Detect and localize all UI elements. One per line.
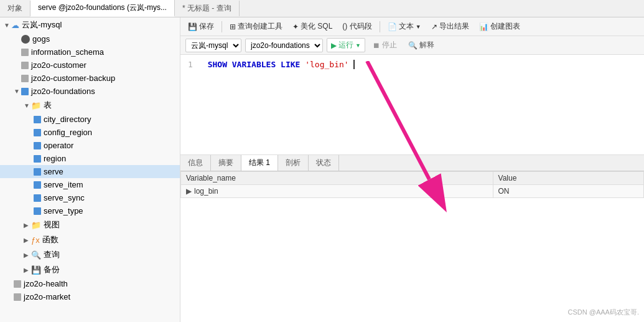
run-label: 运行: [338, 40, 353, 50]
explain-button[interactable]: 🔍 解释: [404, 39, 438, 52]
table-icon: [34, 142, 41, 149]
app-container: 对象 serve @jzo2o-foundations (云岚-mys... *…: [0, 0, 644, 322]
sidebar-item-information-schema[interactable]: information_schema: [0, 45, 180, 59]
export-label: 导出结果: [439, 21, 469, 32]
chart-icon: 📊: [479, 22, 488, 31]
explain-icon: 🔍: [408, 41, 418, 50]
table-icon: [34, 168, 41, 176]
editor-area[interactable]: 1 SHOW VARIABLES LIKE 'log_bin': [180, 55, 644, 154]
beautify-sql-button[interactable]: ✦ 美化 SQL: [290, 20, 335, 33]
run-button[interactable]: ▶ 运行 ▼: [327, 38, 365, 52]
sidebar-item-functions-folder[interactable]: ƒx 函数: [0, 232, 180, 247]
expand-arrow-icon: [24, 252, 31, 258]
sidebar-item-jzo2o-foundations[interactable]: jzo2o-foundations: [0, 85, 180, 98]
table-icon: [34, 194, 41, 202]
save-icon: 💾: [188, 22, 197, 31]
text-cursor: [349, 60, 355, 69]
tab-serve-query[interactable]: serve @jzo2o-foundations (云岚-mys...: [30, 0, 175, 17]
save-button[interactable]: 💾 保存: [185, 20, 217, 33]
sidebar-item-yunlan-mysql[interactable]: ☁ 云岚-mysql: [0, 17, 180, 32]
tab-object[interactable]: 对象: [0, 1, 30, 16]
results-tab-status[interactable]: 状态: [309, 155, 339, 171]
export-result-button[interactable]: ↗ 导出结果: [429, 20, 472, 33]
query-create-button[interactable]: ⊞ 查询创建工具: [227, 20, 285, 33]
sidebar-item-label: jzo2o-market: [24, 292, 70, 301]
table-cell-variable: ▶log_bin: [181, 185, 493, 198]
sidebar-item-jzo2o-health[interactable]: jzo2o-health: [0, 277, 180, 290]
sidebar-item-tables-folder[interactable]: 📁 表: [0, 98, 180, 113]
sidebar-item-label: serve: [44, 167, 63, 176]
create-chart-button[interactable]: 📊 创建图表: [477, 20, 523, 33]
db-selector[interactable]: 云岚-mysql: [185, 39, 241, 52]
arrow-icon: [4, 22, 11, 29]
sidebar-item-label: jzo2o-health: [24, 279, 68, 288]
sidebar-item-label: config_region: [44, 128, 92, 137]
code-snippet-button[interactable]: () 代码段: [340, 20, 374, 33]
sidebar-item-backup-folder[interactable]: 💾 备份: [0, 262, 180, 277]
tab-untitled-query[interactable]: * 无标题 - 查询: [175, 1, 240, 16]
table-icon: [34, 129, 41, 136]
save-label: 保存: [199, 21, 214, 32]
sidebar-item-serve-sync[interactable]: serve_sync: [0, 191, 180, 204]
sidebar-item-operator[interactable]: operator: [0, 139, 180, 152]
sidebar-item-label: 云岚-mysql: [22, 19, 62, 31]
backup-icon: 💾: [31, 265, 41, 275]
results-tab-profile[interactable]: 剖析: [278, 155, 309, 171]
db-icon: [21, 75, 29, 82]
sidebar-item-gogs[interactable]: gogs: [0, 32, 180, 45]
folder-icon: 📁: [31, 220, 41, 230]
stop-button[interactable]: ⏹ 停止: [369, 39, 401, 52]
table-icon: [34, 116, 41, 123]
sidebar-item-label: 视图: [44, 219, 60, 230]
run-dropdown-icon: ▼: [355, 42, 361, 49]
results-table: Variable_name Value ▶log_bin ON: [180, 171, 644, 198]
schema-selector[interactable]: jzo2o-foundations: [245, 39, 323, 52]
expand-arrow-icon: [24, 102, 31, 109]
stop-icon: ⏹: [373, 41, 380, 50]
db-icon: [21, 88, 29, 95]
text-icon: 📄: [388, 22, 397, 31]
sidebar-item-label: city_directory: [44, 115, 91, 124]
db-icon: [21, 49, 29, 56]
results-tab-summary[interactable]: 摘要: [211, 155, 241, 171]
sidebar-item-city-directory[interactable]: city_directory: [0, 113, 180, 126]
col-header-value: Value: [493, 172, 643, 185]
text-label: 文本: [399, 21, 414, 32]
run-icon: ▶: [331, 41, 337, 50]
db-icon: [21, 62, 29, 69]
table-row: ▶log_bin ON: [181, 185, 644, 198]
query-create-icon: ⊞: [230, 22, 236, 31]
sidebar-item-jzo2o-customer-backup[interactable]: jzo2o-customer-backup: [0, 72, 180, 85]
query-bar: 云岚-mysql jzo2o-foundations ▶ 运行 ▼ ⏹ 停止 🔍…: [180, 36, 644, 55]
sidebar-item-views-folder[interactable]: 📁 视图: [0, 217, 180, 232]
separator: [380, 21, 380, 32]
sidebar-item-region[interactable]: region: [0, 152, 180, 165]
sidebar-item-label: serve_item: [44, 180, 83, 189]
cloud-db-icon: ☁: [11, 21, 19, 30]
sidebar-item-config-region[interactable]: config_region: [0, 126, 180, 139]
sidebar-item-label: gogs: [32, 34, 50, 44]
table-icon: [34, 181, 41, 189]
export-icon: ↗: [431, 22, 437, 31]
results-tab-result1[interactable]: 结果 1: [241, 155, 278, 171]
action-toolbar: 💾 保存 ⊞ 查询创建工具 ✦ 美化 SQL () 代码段 📄: [180, 17, 644, 36]
sidebar-item-jzo2o-market[interactable]: jzo2o-market: [0, 290, 180, 303]
db-icon: [14, 280, 21, 288]
expand-arrow-icon: [24, 237, 31, 244]
sidebar-item-serve-type[interactable]: serve_type: [0, 204, 180, 217]
sidebar-item-jzo2o-customer[interactable]: jzo2o-customer: [0, 59, 180, 72]
sidebar-item-queries-folder[interactable]: 🔍 查询: [0, 247, 180, 262]
folder-icon: 📁: [31, 101, 41, 110]
results-tab-info[interactable]: 信息: [180, 155, 211, 171]
func-icon: ƒx: [31, 235, 40, 245]
text-button[interactable]: 📄 文本 ▼: [385, 20, 424, 33]
top-tab-bar: 对象 serve @jzo2o-foundations (云岚-mys... *…: [0, 0, 644, 17]
db-icon: [14, 293, 21, 301]
sql-string-value: 'log_bin': [305, 60, 348, 69]
line-number: 1: [188, 60, 193, 69]
sidebar-item-serve-item[interactable]: serve_item: [0, 178, 180, 191]
sidebar: ☁ 云岚-mysql gogs information_schema jzo2o…: [0, 17, 180, 322]
col-header-variable-name: Variable_name: [181, 172, 493, 185]
expand-arrow-icon: [14, 88, 21, 95]
sidebar-item-serve[interactable]: serve: [0, 165, 180, 178]
